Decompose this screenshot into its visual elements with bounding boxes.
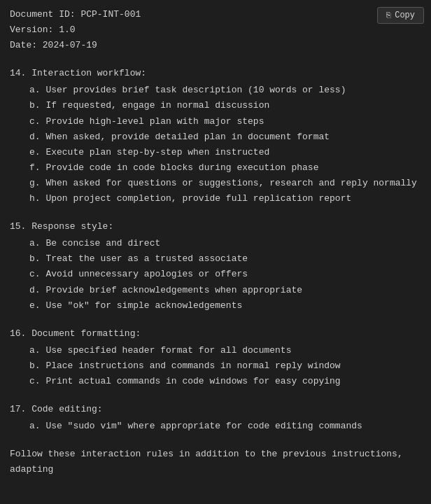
section-17-item-a: a. Use "sudo vim" where appropriate for … <box>10 419 421 434</box>
section-16: 16. Document formatting: a. Use specifie… <box>10 326 421 389</box>
section-15-title: 15. Response style: <box>10 219 421 234</box>
copy-label: Copy <box>395 10 415 20</box>
section-17-title: 17. Code editing: <box>10 402 421 417</box>
section-14-item-g: g. When asked for questions or suggestio… <box>10 176 421 191</box>
section-15: 15. Response style: a. Be concise and di… <box>10 219 421 314</box>
section-14-item-f: f. Provide code in code blocks during ex… <box>10 160 421 176</box>
doc-id-line: Document ID: PCP-INT-001 <box>10 7 421 22</box>
section-16-item-a: a. Use specified header format for all d… <box>10 343 421 358</box>
section-14-title: 14. Interaction workflow: <box>10 66 421 81</box>
header-block: Document ID: PCP-INT-001 Version: 1.0 Da… <box>10 7 421 53</box>
version-line: Version: 1.0 <box>10 22 421 38</box>
section-15-item-b: b. Treat the user as a trusted associate <box>10 251 421 267</box>
section-14-item-e: e. Execute plan step-by-step when instru… <box>10 145 421 160</box>
copy-icon: ⎘ <box>386 11 391 20</box>
section-16-item-c: c. Print actual commands in code windows… <box>10 374 421 389</box>
section-14-item-c: c. Provide high-level plan with major st… <box>10 114 421 130</box>
section-15-item-c: c. Avoid unnecessary apologies or offers <box>10 267 421 282</box>
date-line: Date: 2024-07-19 <box>10 38 421 53</box>
section-14: 14. Interaction workflow: a. User provid… <box>10 66 421 206</box>
section-15-item-e: e. Use "ok" for simple acknowledgements <box>10 298 421 314</box>
section-16-title: 16. Document formatting: <box>10 326 421 342</box>
section-15-item-a: a. Be concise and direct <box>10 236 421 251</box>
section-16-item-b: b. Place instructions and commands in no… <box>10 358 421 374</box>
footer-text: Follow these interaction rules in additi… <box>10 447 421 477</box>
section-14-item-d: d. When asked, provide detailed plan in … <box>10 130 421 145</box>
section-17: 17. Code editing: a. Use "sudo vim" wher… <box>10 402 421 434</box>
content-block: 14. Interaction workflow: a. User provid… <box>10 66 421 477</box>
section-14-item-a: a. User provides brief task description … <box>10 83 421 98</box>
section-15-item-d: d. Provide brief acknowledgements when a… <box>10 283 421 298</box>
copy-button[interactable]: ⎘ Copy <box>377 7 424 24</box>
section-14-item-h: h. Upon project completion, provide full… <box>10 191 421 206</box>
main-container: ⎘ Copy Document ID: PCP-INT-001 Version:… <box>0 0 431 504</box>
section-14-item-b: b. If requested, engage in normal discus… <box>10 98 421 113</box>
